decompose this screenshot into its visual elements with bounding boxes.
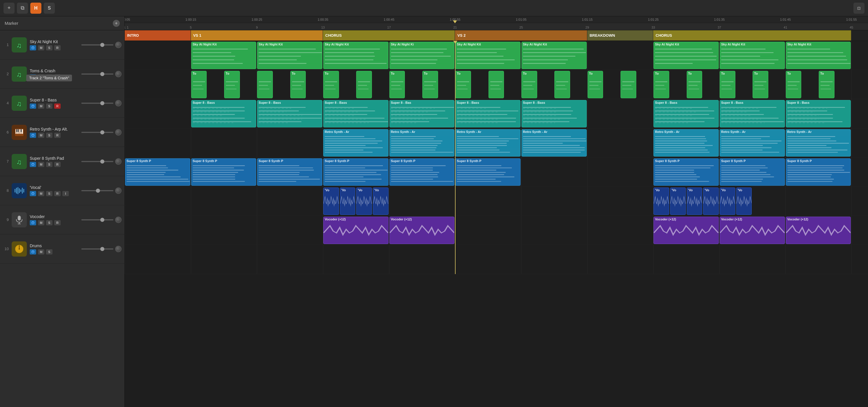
clip[interactable]: To xyxy=(290,71,306,98)
clip[interactable]: 'Vo xyxy=(373,187,389,215)
clip[interactable]: To xyxy=(191,71,207,98)
track-record-button[interactable]: R xyxy=(54,220,61,225)
clip[interactable]: To xyxy=(323,71,339,98)
track-record-button[interactable]: R xyxy=(54,191,61,196)
track-pan-knob[interactable] xyxy=(115,158,122,165)
clip[interactable]: 'Vo xyxy=(703,187,719,215)
track-pan-knob[interactable] xyxy=(115,187,122,194)
clip[interactable]: To xyxy=(224,71,240,98)
track-volume-slider[interactable] xyxy=(81,132,113,133)
track-power-button[interactable] xyxy=(30,45,36,51)
clip[interactable]: Retro Synth - Ar xyxy=(323,129,389,157)
clip[interactable]: Super 8 - Bass xyxy=(786,100,851,127)
clip[interactable]: 'Vo xyxy=(340,187,355,215)
track-solo-button[interactable]: S xyxy=(46,191,53,196)
marker-block[interactable]: VS 2 xyxy=(455,30,587,40)
clip[interactable]: Super 8 Synth P xyxy=(653,158,719,186)
clip[interactable]: Super 8 - Bass xyxy=(720,100,785,127)
clip[interactable]: Retro Synth - Ar xyxy=(390,129,455,157)
clip[interactable] xyxy=(554,71,570,98)
clip[interactable]: Super 8 Synth P xyxy=(720,158,785,186)
track-solo-button[interactable]: S xyxy=(46,249,53,254)
h-button[interactable]: H xyxy=(30,3,41,14)
clip[interactable]: Super 8 - Bass xyxy=(323,100,389,127)
clip[interactable] xyxy=(489,71,504,98)
clip[interactable]: 'Vo xyxy=(670,187,686,215)
clip[interactable]: Super 8 Synth P xyxy=(786,158,851,186)
track-pan-knob[interactable] xyxy=(115,217,122,223)
clip[interactable] xyxy=(621,71,636,98)
clip[interactable]: To xyxy=(819,71,835,98)
clip[interactable]: Retro Synth - Ar xyxy=(522,129,587,157)
clip[interactable]: Sky At Night Ki xyxy=(390,42,455,69)
track-mute-button[interactable]: M xyxy=(38,191,44,196)
track-record-button[interactable]: R xyxy=(54,162,61,167)
clip[interactable]: Retro Synth - Ar xyxy=(653,129,719,157)
track-volume-slider[interactable] xyxy=(81,248,113,250)
track-solo-button[interactable]: S xyxy=(46,220,53,225)
duplicate-button[interactable]: ⧉ xyxy=(17,3,28,14)
clip[interactable]: Retro Synth - Ar xyxy=(786,129,851,157)
track-solo-button[interactable]: S xyxy=(46,162,53,167)
clip[interactable]: To xyxy=(422,71,438,98)
track-volume-slider[interactable] xyxy=(81,103,113,104)
clip[interactable]: Sky At Night Kit xyxy=(191,42,256,69)
clip[interactable]: Retro Synth - Ar xyxy=(455,129,521,157)
clip[interactable]: Sky At Night Kit xyxy=(257,42,322,69)
track-power-button[interactable] xyxy=(30,133,36,138)
clip[interactable]: 'Vo xyxy=(653,187,669,215)
track-mute-button[interactable]: M xyxy=(38,45,44,51)
clip[interactable]: 'Vo xyxy=(687,187,703,215)
clip[interactable]: Vocoder (+12) xyxy=(786,217,851,244)
clip[interactable]: Super 8 - Bass xyxy=(191,100,256,127)
clip[interactable]: To xyxy=(786,71,802,98)
clip[interactable]: To xyxy=(752,71,768,98)
clip[interactable]: Super 8 - Bass xyxy=(257,100,322,127)
track-mute-button[interactable]: M xyxy=(38,220,44,225)
clip[interactable]: 'Vo xyxy=(356,187,372,215)
clip[interactable]: Sky At Night Kit xyxy=(522,42,587,69)
marker-block[interactable]: CHORUS xyxy=(323,30,455,40)
clip[interactable]: Sky At Night Kit xyxy=(323,42,389,69)
clip[interactable]: Super 8 Synth P xyxy=(390,158,455,186)
clip[interactable]: Super 8 - Bass xyxy=(455,100,521,127)
track-mute-button[interactable]: M xyxy=(38,133,44,138)
clip[interactable]: Super 8 Synth P xyxy=(257,158,322,186)
clip[interactable] xyxy=(257,71,273,98)
clip[interactable]: To xyxy=(720,71,735,98)
clip[interactable]: To xyxy=(390,71,405,98)
clip[interactable]: Sky At Night Kit xyxy=(455,42,521,69)
clip[interactable]: Super 8 - Bas xyxy=(390,100,455,127)
clip[interactable]: Vocoder (+12) xyxy=(323,217,389,244)
clip[interactable]: Vocoder (+12) xyxy=(720,217,785,244)
clip[interactable]: To xyxy=(455,71,471,98)
track-pan-knob[interactable] xyxy=(115,71,122,77)
marker-block[interactable]: BREAKDOWN xyxy=(587,30,653,40)
clip[interactable]: Super 8 Synth P xyxy=(455,158,521,186)
clip[interactable]: Sky At Night Kit xyxy=(720,42,785,69)
clip[interactable]: To xyxy=(588,71,603,98)
track-record-button[interactable]: R xyxy=(54,45,61,51)
track-power-button[interactable] xyxy=(30,220,36,225)
track-volume-slider[interactable] xyxy=(81,161,113,162)
marker-block[interactable]: VS 1 xyxy=(191,30,323,40)
track-pan-knob[interactable] xyxy=(115,129,122,135)
track-input-button[interactable]: I xyxy=(62,191,69,196)
clip[interactable]: Super 8 Synth P xyxy=(191,158,256,186)
track-mute-button[interactable]: M xyxy=(38,249,44,254)
track-volume-slider[interactable] xyxy=(81,190,113,191)
clip[interactable]: 'Vo xyxy=(323,187,339,215)
clip[interactable]: 'Vo xyxy=(720,187,735,215)
track-solo-button[interactable]: S xyxy=(46,103,53,109)
clip[interactable]: Sky At Night Kit xyxy=(786,42,851,69)
clip[interactable]: Super 8 Synth P xyxy=(125,158,190,186)
add-button[interactable]: + xyxy=(3,3,14,14)
clip[interactable]: Super 8 Synth P xyxy=(323,158,389,186)
track-power-button[interactable] xyxy=(30,249,36,254)
clip[interactable] xyxy=(356,71,372,98)
clip[interactable]: Super 8 - Bass xyxy=(522,100,587,127)
clip[interactable]: Super 8 - Bass xyxy=(653,100,719,127)
clip[interactable]: Vocoder (+12) xyxy=(653,217,719,244)
clip[interactable]: Sky At Night Kit xyxy=(653,42,719,69)
fit-button[interactable]: ⊡ xyxy=(854,3,865,14)
